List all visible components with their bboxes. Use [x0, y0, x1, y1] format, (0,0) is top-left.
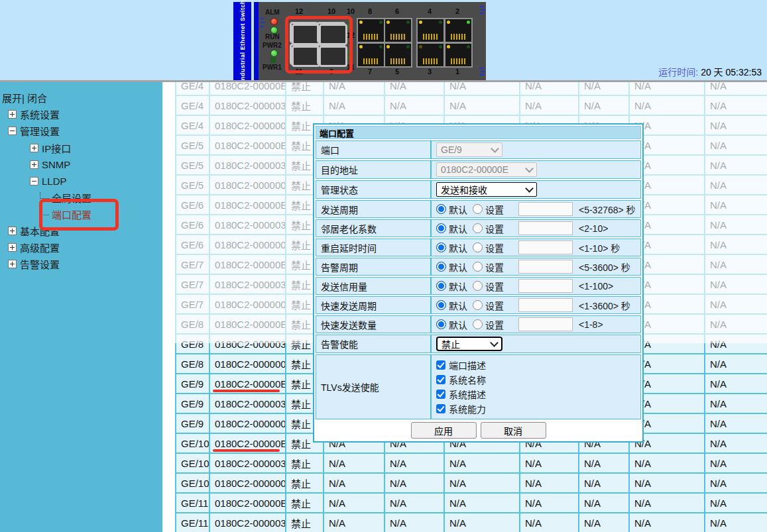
device-edge-mark [259, 18, 264, 19]
dialog-row-发送周期: 发送周期默认设置<5-32768> 秒 [316, 200, 641, 218]
dialog-field-value: GE/9 [431, 140, 641, 159]
rj45-pins [390, 58, 406, 64]
rj45-pins [363, 34, 379, 40]
sidebar-item-IP接口[interactable]: IP接口 [30, 142, 71, 154]
na-cell: N/A [705, 473, 767, 493]
select-管理状态[interactable]: 发送和接收 [436, 182, 537, 197]
rj45-led-left [386, 45, 390, 48]
sidebar-item-LLDP[interactable]: LLDP [30, 175, 67, 187]
address-cell: 0180C2-00000E [209, 433, 286, 453]
radio-set[interactable] [473, 262, 483, 272]
dialog-title: 端口配置 [316, 126, 641, 139]
radio-default-selected[interactable] [436, 223, 446, 233]
table-row: GE/110180C2-00000E禁止N/AN/AN/AN/AN/AN/AN/… [176, 493, 767, 513]
checkbox-checked[interactable] [436, 390, 445, 399]
value-input[interactable] [518, 317, 573, 331]
sidebar-item-SNMP[interactable]: SNMP [30, 158, 70, 170]
na-cell: N/A [705, 433, 767, 453]
radio-default-selected[interactable] [436, 281, 446, 291]
dialog-field-label: 告警周期 [316, 258, 431, 276]
value-input[interactable] [518, 298, 573, 312]
radio-set[interactable] [473, 242, 483, 252]
value-input[interactable] [518, 202, 573, 216]
radio-set[interactable] [473, 319, 483, 329]
annotation-box-port-config [39, 199, 119, 231]
apply-button[interactable]: 应用 [411, 422, 477, 439]
dialog-field-value: 发送和接收 [431, 180, 641, 199]
tree-toggle-expand-icon[interactable] [30, 144, 38, 152]
device-strip-thin [254, 2, 259, 80]
checkbox-checked[interactable] [436, 375, 445, 384]
rj45-pins [390, 34, 406, 40]
tree-toggle-expand-icon[interactable] [8, 260, 17, 268]
radio-default-label: 默认 [449, 222, 467, 235]
checkbox-checked[interactable] [436, 404, 445, 413]
dialog-row-发送信用量: 发送信用量默认设置<1-100> [316, 277, 641, 295]
radio-default-selected[interactable] [436, 262, 446, 272]
select-value: 0180C2-00000E [441, 164, 508, 175]
sidebar-expand-collapse[interactable]: 展开| 闭合 [2, 91, 47, 103]
checkbox-label: 系统描述 [449, 388, 486, 401]
rj45-led-left [419, 21, 422, 24]
 [34, 162, 34, 167]
sidebar-item-管理设置[interactable]: 管理设置 [8, 125, 60, 136]
na-cell: N/A [705, 354, 767, 374]
dialog-row-重启延时时间: 重启延时时间默认设置<1-10> 秒 [316, 239, 641, 256]
radio-set-label: 设置 [485, 241, 504, 254]
radio-set[interactable] [473, 281, 483, 291]
tree-toggle-expand-icon[interactable] [8, 110, 17, 119]
dialog-field-value: 0180C2-00000E [431, 160, 641, 179]
device-edge-mark [481, 9, 485, 11]
radio-set[interactable] [473, 300, 483, 310]
value-input[interactable] [518, 260, 573, 274]
select-告警使能[interactable]: 禁止 [436, 337, 502, 351]
pwr1-led [270, 58, 276, 63]
rj45-port [444, 42, 473, 68]
checkbox-checked[interactable] [436, 360, 445, 370]
device-edge-mark [479, 13, 484, 14]
na-cell: N/A [384, 493, 444, 513]
radio-default-label: 默认 [449, 280, 467, 293]
tree-toggle-collapse-icon[interactable] [30, 177, 38, 186]
rj45-led-right [379, 21, 383, 24]
dialog-field-label: 告警使能 [316, 335, 431, 353]
radio-default-selected[interactable] [436, 300, 446, 310]
sidebar-item-系统设置[interactable]: 系统设置 [8, 108, 60, 120]
radio-default-selected[interactable] [436, 242, 446, 252]
device-edge-mark [259, 26, 264, 27]
value-input[interactable] [518, 279, 573, 293]
na-cell: N/A [579, 493, 629, 513]
tree-toggle-collapse-icon[interactable] [8, 127, 17, 135]
 [34, 146, 34, 150]
tree-leaf-connector [40, 192, 49, 199]
na-cell: N/A [444, 473, 520, 493]
sidebar-item-告警设置[interactable]: 告警设置 [8, 258, 60, 270]
na-cell: N/A [324, 513, 384, 532]
radio-set[interactable] [473, 204, 483, 214]
tree-toggle-expand-icon[interactable] [8, 227, 17, 235]
radio-default-selected[interactable] [436, 204, 446, 214]
value-input[interactable] [518, 240, 573, 254]
sidebar-item-高级配置[interactable]: 高级配置 [8, 241, 60, 253]
status-cell: 禁止 [286, 473, 324, 493]
range-hint: <1-10> 秒 [579, 241, 620, 254]
dialog-field-label: TLVs发送使能 [316, 354, 431, 419]
status-cell: 禁止 [286, 453, 324, 473]
na-cell: N/A [520, 513, 579, 532]
rj45-pins [423, 58, 439, 64]
radio-set[interactable] [473, 223, 483, 233]
range-hint: <1-8> [579, 319, 603, 330]
port-cell: GE/8 [176, 354, 209, 374]
cancel-button[interactable]: 取消 [481, 422, 546, 439]
dialog-field-value: 默认设置<5-3600> 秒 [431, 258, 641, 276]
tree-toggle-expand-icon[interactable] [8, 243, 17, 252]
radio-default-selected[interactable] [436, 319, 446, 329]
status-cell: 禁止 [286, 513, 324, 532]
address-cell: 0180C2-000000 [209, 413, 286, 433]
tree-toggle-expand-icon[interactable] [30, 160, 38, 169]
tlv-option-系统描述: 系统描述 [436, 388, 486, 401]
tlv-option-端口描述: 端口描述 [436, 358, 486, 372]
value-input[interactable] [518, 221, 573, 235]
dialog-row-目的地址: 目的地址0180C2-00000E [316, 160, 641, 179]
dialog-field-label: 端口 [316, 140, 431, 159]
